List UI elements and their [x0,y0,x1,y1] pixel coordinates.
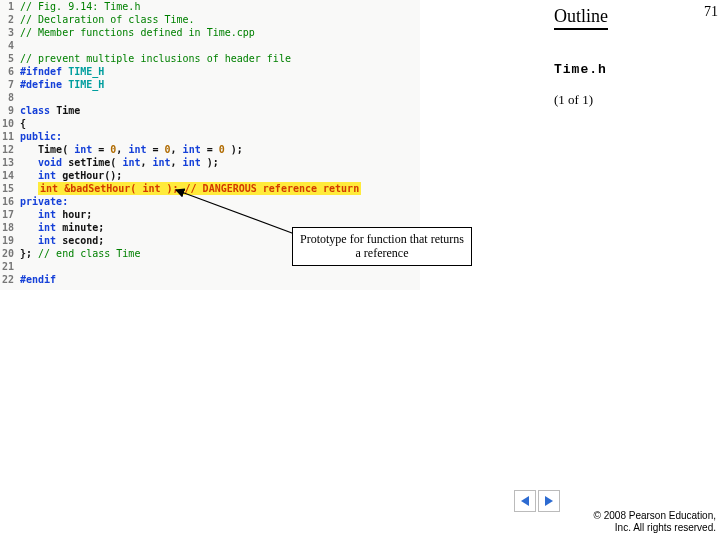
copyright-line2: Inc. All rights reserved. [615,522,716,533]
code-content: private: [20,195,68,208]
code-line: 16private: [0,195,420,208]
outline-title: Outline [554,6,608,30]
line-number: 13 [0,156,20,169]
line-number: 20 [0,247,20,260]
line-number: 7 [0,78,20,91]
page-number: 71 [704,4,718,20]
code-line: 1// Fig. 9.14: Time.h [0,0,420,13]
line-number: 22 [0,273,20,286]
code-line: 10{ [0,117,420,130]
code-content: #endif [20,273,56,286]
line-number: 16 [0,195,20,208]
code-line: 2// Declaration of class Time. [0,13,420,26]
code-line: 8 [0,91,420,104]
next-button[interactable] [538,490,560,512]
code-content: void setTime( int, int, int ); [20,156,219,169]
triangle-left-icon [518,494,532,508]
code-content: int getHour(); [20,169,122,182]
code-content: // Declaration of class Time. [20,13,195,26]
line-number: 21 [0,260,20,273]
code-line: 3// Member functions defined in Time.cpp [0,26,420,39]
line-number: 4 [0,39,20,52]
code-content: // Member functions defined in Time.cpp [20,26,255,39]
code-content: int &badSetHour( int ); // DANGEROUS ref… [20,182,361,195]
nav-buttons [514,490,560,512]
code-content: int minute; [20,221,104,234]
line-number: 18 [0,221,20,234]
code-line: 5// prevent multiple inclusions of heade… [0,52,420,65]
line-number: 1 [0,0,20,13]
line-number: 3 [0,26,20,39]
code-content: public: [20,130,62,143]
triangle-right-icon [542,494,556,508]
code-content: #define TIME_H [20,78,104,91]
code-line: 4 [0,39,420,52]
code-content: // prevent multiple inclusions of header… [20,52,291,65]
code-line: 13 void setTime( int, int, int ); [0,156,420,169]
line-number: 14 [0,169,20,182]
callout-box: Prototype for function that returns a re… [292,227,472,266]
copyright: © 2008 Pearson Education, Inc. All right… [594,510,716,534]
file-name: Time.h [554,62,607,77]
code-line: 11public: [0,130,420,143]
code-content: }; // end class Time [20,247,140,260]
prev-button[interactable] [514,490,536,512]
line-number: 11 [0,130,20,143]
line-number: 2 [0,13,20,26]
line-number: 5 [0,52,20,65]
code-content: Time( int = 0, int = 0, int = 0 ); [20,143,243,156]
highlighted-line: int &badSetHour( int ); // DANGEROUS ref… [38,182,361,195]
code-content: // Fig. 9.14: Time.h [20,0,140,13]
code-line: 17 int hour; [0,208,420,221]
code-line: 6#ifndef TIME_H [0,65,420,78]
line-number: 17 [0,208,20,221]
code-content: { [20,117,26,130]
code-line: 14 int getHour(); [0,169,420,182]
line-number: 19 [0,234,20,247]
code-line: 9class Time [0,104,420,117]
code-line: 15 int &badSetHour( int ); // DANGEROUS … [0,182,420,195]
code-content: int hour; [20,208,92,221]
code-content: class Time [20,104,80,117]
line-number: 8 [0,91,20,104]
line-number: 6 [0,65,20,78]
page-of: (1 of 1) [554,92,593,108]
line-number: 10 [0,117,20,130]
line-number: 9 [0,104,20,117]
code-content: int second; [20,234,104,247]
line-number: 12 [0,143,20,156]
code-line: 7#define TIME_H [0,78,420,91]
code-content: #ifndef TIME_H [20,65,104,78]
code-line: 22#endif [0,273,420,286]
line-number: 15 [0,182,20,195]
code-line: 12 Time( int = 0, int = 0, int = 0 ); [0,143,420,156]
copyright-line1: © 2008 Pearson Education, [594,510,716,521]
